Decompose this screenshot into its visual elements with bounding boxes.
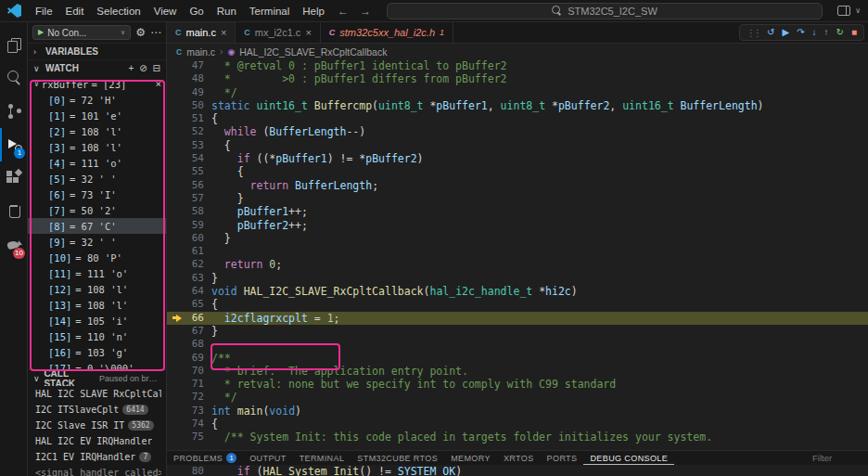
watch-array-item[interactable]: [1] = 101 'e' bbox=[28, 108, 166, 123]
menu-item[interactable]: File bbox=[29, 1, 59, 21]
watch-array-item[interactable]: [13] = 108 'l' bbox=[28, 297, 166, 313]
code-line-53[interactable]: 53 { bbox=[167, 139, 868, 152]
extensions-icon[interactable] bbox=[0, 161, 27, 195]
reset-icon[interactable]: ↺ bbox=[767, 28, 774, 37]
remove-watch-icon[interactable]: × bbox=[155, 76, 161, 92]
panel-tab[interactable]: OUTPUT bbox=[243, 451, 292, 465]
source-control-icon[interactable] bbox=[0, 95, 27, 128]
call-stack-frame[interactable]: I2C_ITSlaveCplt 6414 bbox=[28, 402, 166, 418]
collapse-all-icon[interactable]: ⊟ bbox=[153, 63, 160, 73]
restart-icon[interactable]: ↻ bbox=[836, 28, 844, 37]
editor-tab[interactable]: C main.c × bbox=[167, 22, 236, 43]
code-line-56[interactable]: 56 return BufferLength; bbox=[167, 179, 868, 192]
code-line-72[interactable]: 72 */ bbox=[167, 391, 868, 404]
explorer-icon[interactable] bbox=[0, 28, 27, 61]
watch-expression-rxbuffer[interactable]: ∨ rxBuffer = [23] × bbox=[28, 76, 166, 92]
panel-tab[interactable]: DEBUG CONSOLE bbox=[583, 451, 674, 465]
panel-tab[interactable]: XRTOS bbox=[497, 451, 541, 465]
watch-array-item[interactable]: [3] = 108 'l' bbox=[28, 139, 166, 155]
search-icon[interactable] bbox=[0, 61, 27, 95]
step-over-icon[interactable]: ↷ bbox=[797, 28, 804, 37]
code-line-61[interactable]: 61 bbox=[167, 245, 868, 258]
breadcrumb-symbol[interactable]: HAL_I2C_SLAVE_RxCpltCallback bbox=[239, 46, 387, 58]
run-debug-icon[interactable]: 1 bbox=[0, 128, 27, 161]
code-line-65[interactable]: 65{ bbox=[167, 298, 868, 311]
menu-item[interactable]: Edit bbox=[59, 1, 91, 21]
code-line-73[interactable]: 73int main(void) bbox=[167, 405, 868, 418]
watch-array-item[interactable]: [6] = 73 'I' bbox=[28, 187, 166, 202]
watch-section-header[interactable]: ∨ WATCH +⊘⊟ bbox=[28, 59, 166, 76]
step-into-icon[interactable]: ↓ bbox=[812, 28, 817, 37]
watch-array-item[interactable]: [14] = 105 'i' bbox=[28, 313, 166, 328]
code-line-80[interactable]: 80 if (HAL_System_Init() != SYSTEM_OK) bbox=[167, 465, 868, 476]
debug-console-filter-input[interactable] bbox=[812, 453, 868, 463]
test-beaker-icon[interactable] bbox=[0, 195, 27, 228]
code-line-49[interactable]: 49 */ bbox=[167, 86, 868, 99]
menu-item[interactable]: Run bbox=[211, 1, 243, 21]
panel-tab[interactable]: PROBLEMS 1 bbox=[167, 451, 243, 465]
breadcrumb-file[interactable]: main.c bbox=[186, 46, 215, 58]
more-actions-icon[interactable]: ⋯ bbox=[150, 27, 161, 38]
code-line-64[interactable]: 64void HAL_I2C_SLAVE_RxCpltCallback(hal_… bbox=[167, 285, 868, 298]
menu-item[interactable]: View bbox=[147, 1, 184, 21]
code-line-62[interactable]: 62 return 0; bbox=[167, 258, 868, 271]
forward-icon[interactable]: → bbox=[355, 5, 376, 18]
call-stack-section-header[interactable]: ∨ CALL STACK Paused on breakp... bbox=[28, 369, 166, 386]
code-line-69[interactable]: 69/** bbox=[167, 352, 868, 365]
panel-tab[interactable]: STM32CUBE RTOS bbox=[351, 451, 444, 465]
code-line-54[interactable]: 54 if ((*pBuffer1) != *pBuffer2) bbox=[167, 152, 868, 165]
remove-all-expressions-icon[interactable]: ⊘ bbox=[139, 63, 147, 73]
editor-tab[interactable]: C mx_i2c1.c × bbox=[236, 22, 320, 43]
code-line-59[interactable]: 59 pBuffer2++; bbox=[167, 219, 868, 232]
debug-current-line-arrow-icon[interactable] bbox=[167, 315, 182, 322]
step-out-icon[interactable]: ↑ bbox=[824, 28, 829, 37]
code-line-48[interactable]: 48 * >0 : pBuffer1 differs from pBuffer2 bbox=[167, 72, 868, 85]
call-stack-frame[interactable]: HAL_I2C_EV_IRQHandler bbox=[28, 433, 166, 449]
watch-array-item[interactable]: [2] = 108 'l' bbox=[28, 123, 166, 139]
code-line-66[interactable]: 66 i2cflagrxcplt = 1; bbox=[167, 312, 868, 325]
drag-handle-icon[interactable]: ⋮⋮ bbox=[747, 28, 760, 38]
st-bird-icon[interactable]: 10 bbox=[0, 228, 27, 262]
code-line-70[interactable]: 70 * brief: The application entry point. bbox=[167, 365, 868, 378]
code-line-57[interactable]: 57 } bbox=[167, 192, 868, 205]
watch-array-item[interactable]: [15] = 110 'n' bbox=[28, 328, 166, 344]
watch-array-item[interactable]: [17] = 0 '\000' bbox=[28, 360, 166, 369]
call-stack-frame[interactable]: HAL_I2C_SLAVE_RxCpltCal bbox=[28, 386, 166, 402]
watch-array-item[interactable]: [11] = 111 'o' bbox=[28, 265, 166, 281]
code-line-51[interactable]: 51{ bbox=[167, 112, 868, 125]
watch-array-item[interactable]: [4] = 111 'o' bbox=[28, 155, 166, 171]
panel-tab[interactable]: PORTS bbox=[541, 451, 584, 465]
watch-array-item[interactable]: [8] = 67 'C' bbox=[28, 218, 166, 234]
code-line-74[interactable]: 74{ bbox=[167, 418, 868, 431]
watch-array-item[interactable]: [7] = 50 '2' bbox=[28, 202, 166, 218]
code-line-58[interactable]: 58 pBuffer1++; bbox=[167, 205, 868, 218]
watch-array-item[interactable]: [10] = 80 'P' bbox=[28, 250, 166, 265]
chevron-down-icon[interactable]: ∨ bbox=[855, 6, 861, 15]
command-center[interactable]: STM32C5_I2C_SW bbox=[387, 3, 823, 19]
close-tab-icon[interactable]: × bbox=[221, 27, 226, 38]
code-line-52[interactable]: 52 while (BufferLength--) bbox=[167, 125, 868, 138]
menu-item[interactable]: Terminal bbox=[243, 1, 296, 21]
chevron-down-icon[interactable]: ∨ bbox=[34, 80, 39, 88]
code-line-68[interactable]: 68 bbox=[167, 338, 868, 351]
code-line-47[interactable]: 47 * @retval 0 : pBuffer1 identical to p… bbox=[167, 59, 868, 72]
watch-array-item[interactable]: [12] = 108 'l' bbox=[28, 281, 166, 297]
continue-icon[interactable]: ▶ bbox=[782, 28, 789, 37]
panel-tab[interactable]: MEMORY bbox=[444, 451, 497, 465]
watch-array-item[interactable]: [5] = 32 ' ' bbox=[28, 171, 166, 187]
close-tab-icon[interactable]: × bbox=[305, 27, 311, 38]
variables-section-header[interactable]: › VARIABLES bbox=[28, 43, 166, 59]
call-stack-frame[interactable]: I2C_Slave_ISR_IT 5362 bbox=[28, 418, 166, 433]
back-icon[interactable]: ← bbox=[333, 5, 353, 18]
watch-array-item[interactable]: [16] = 103 'g' bbox=[28, 344, 166, 360]
watch-array-item[interactable]: [9] = 32 ' ' bbox=[28, 234, 166, 250]
stop-icon[interactable]: ■ bbox=[851, 28, 857, 37]
code-line-75[interactable]: 75 /** System Init: this code placed in … bbox=[167, 431, 868, 444]
code-line-50[interactable]: 50static uint16_t Buffercmp(uint8_t *pBu… bbox=[167, 99, 868, 112]
panel-tab[interactable]: TERMINAL bbox=[293, 451, 351, 465]
code-line-71[interactable]: 71 * retval: none but we specify int to … bbox=[167, 378, 868, 391]
start-debug-icon[interactable]: ▶ bbox=[38, 29, 44, 36]
customize-layout-icon[interactable] bbox=[837, 6, 850, 16]
code-line-67[interactable]: 67} bbox=[167, 325, 868, 338]
add-expression-icon[interactable]: + bbox=[128, 63, 134, 73]
